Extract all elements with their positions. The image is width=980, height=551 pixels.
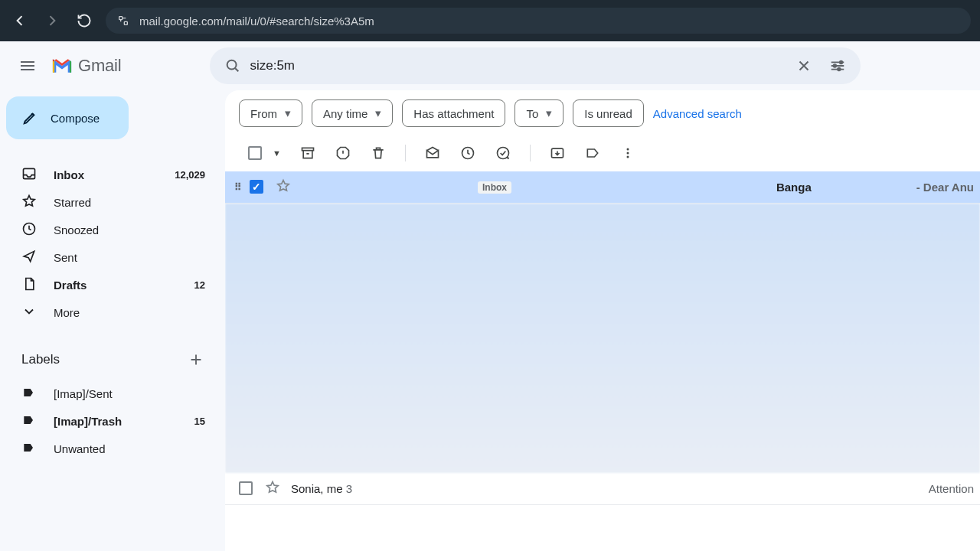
brand-name: Gmail [78, 56, 121, 76]
label-icon [21, 412, 37, 430]
separator [405, 145, 406, 161]
more-actions-button[interactable] [612, 137, 644, 169]
label-imap-trash[interactable]: [Imap]/Trash 15 [6, 407, 217, 435]
thread-row[interactable]: ⠿ ✓ Inbox xxxxxxxxxxxxxxxxxxxxxxxxxxxxxx… [225, 171, 980, 204]
select-dropdown-icon[interactable]: ▼ [273, 148, 281, 158]
svg-rect-0 [119, 17, 122, 20]
nav-list: Inbox 12,029 Starred Snoozed Sent Drafts… [6, 161, 217, 326]
filter-from[interactable]: From▾ [239, 99, 302, 127]
search-icon[interactable] [216, 49, 250, 83]
clock-icon [21, 221, 37, 239]
chevron-down-icon [21, 304, 37, 321]
thread-snippet: - Dear Anu [916, 181, 974, 194]
sidebar-item-more[interactable]: More [6, 298, 217, 326]
label-imap-sent[interactable]: [Imap]/Sent [6, 380, 217, 407]
browser-chrome: mail.google.com/mail/u/0/#search/size%3A… [0, 0, 980, 41]
nav-reload-button[interactable] [74, 10, 95, 31]
svg-point-4 [834, 64, 837, 67]
star-toggle[interactable] [265, 480, 280, 497]
snooze-button[interactable] [452, 137, 484, 169]
clear-search-button[interactable] [787, 49, 821, 83]
label-icon [21, 385, 37, 403]
svg-rect-1 [124, 21, 127, 24]
filter-to[interactable]: To▾ [514, 99, 564, 127]
advanced-search-link[interactable]: Advanced search [653, 107, 742, 120]
sidebar-item-inbox[interactable]: Inbox 12,029 [6, 161, 217, 188]
search-options-button[interactable] [821, 49, 854, 83]
thread-checkbox[interactable] [239, 481, 254, 497]
sidebar-item-snoozed[interactable]: Snoozed [6, 216, 217, 243]
app-header: Gmail [0, 41, 980, 90]
site-info-icon[interactable] [116, 14, 130, 28]
labels-header: Labels [6, 347, 217, 372]
svg-point-5 [838, 68, 841, 71]
report-spam-button[interactable] [327, 137, 359, 169]
gmail-logo[interactable]: Gmail [51, 56, 121, 76]
thread-row[interactable]: Sonia, me 3 Attention [225, 473, 980, 505]
filter-has-attachment[interactable]: Has attachment [402, 99, 505, 127]
thread-checkbox[interactable]: ✓ [250, 180, 265, 195]
compose-button[interactable]: Compose [6, 96, 129, 139]
search-input[interactable] [250, 58, 787, 73]
add-label-button[interactable] [184, 347, 208, 372]
label-icon [21, 440, 37, 458]
thread-list: ⠿ ✓ Inbox xxxxxxxxxxxxxxxxxxxxxxxxxxxxxx… [225, 171, 980, 551]
label-list: [Imap]/Sent [Imap]/Trash 15 Unwanted [6, 380, 217, 462]
dropdown-icon: ▾ [285, 106, 291, 120]
select-all-checkbox[interactable] [239, 137, 271, 169]
delete-button[interactable] [362, 137, 394, 169]
svg-point-13 [626, 152, 629, 155]
dropdown-icon: ▾ [546, 106, 552, 120]
archive-button[interactable] [292, 137, 324, 169]
sidebar: Compose Inbox 12,029 Starred Snoozed Sen… [0, 90, 225, 551]
add-task-button[interactable] [487, 137, 519, 169]
send-icon [21, 249, 37, 266]
move-to-button[interactable] [541, 137, 573, 169]
filter-is-unread[interactable]: Is unread [573, 99, 644, 127]
sidebar-item-drafts[interactable]: Drafts 12 [6, 271, 217, 298]
filter-chips-row: From▾ Any time▾ Has attachment To▾ Is un… [225, 90, 980, 135]
svg-point-12 [626, 148, 629, 151]
search-bar[interactable] [210, 47, 861, 84]
main-content: From▾ Any time▾ Has attachment To▾ Is un… [225, 90, 980, 551]
file-icon [21, 276, 37, 294]
thread-sender: Sonia, me 3 [291, 482, 467, 495]
nav-forward-button[interactable] [41, 10, 63, 31]
svg-rect-8 [302, 148, 313, 150]
label-unwanted[interactable]: Unwanted [6, 435, 217, 462]
svg-point-14 [626, 156, 629, 158]
inbox-icon [21, 166, 37, 184]
separator [530, 145, 531, 161]
drag-handle-icon[interactable]: ⠿ [234, 181, 242, 193]
redacted-area [225, 204, 980, 473]
svg-point-3 [840, 61, 843, 64]
nav-back-button[interactable] [9, 10, 31, 31]
mail-toolbar: ▼ [225, 135, 980, 171]
star-toggle[interactable] [276, 178, 291, 196]
gmail-m-icon [51, 57, 74, 74]
filter-anytime[interactable]: Any time▾ [312, 99, 393, 127]
svg-point-2 [227, 60, 237, 70]
address-bar[interactable]: mail.google.com/mail/u/0/#search/size%3A… [106, 8, 971, 34]
star-icon [21, 194, 37, 211]
dropdown-icon: ▾ [375, 106, 381, 120]
sidebar-item-starred[interactable]: Starred [6, 188, 217, 216]
labels-button[interactable] [577, 137, 609, 169]
compose-label: Compose [51, 112, 100, 125]
mark-read-button[interactable] [416, 137, 449, 169]
thread-subject: xxxxxxxxxxxxxxxxxxxxxxxxxxxxxxxxxxxxxxxx… [518, 181, 916, 194]
url-text: mail.google.com/mail/u/0/#search/size%3A… [139, 15, 374, 28]
thread-tag: Inbox [478, 181, 511, 194]
sidebar-item-sent[interactable]: Sent [6, 243, 217, 271]
main-menu-button[interactable] [9, 47, 46, 84]
thread-snippet: Attention [929, 482, 974, 495]
